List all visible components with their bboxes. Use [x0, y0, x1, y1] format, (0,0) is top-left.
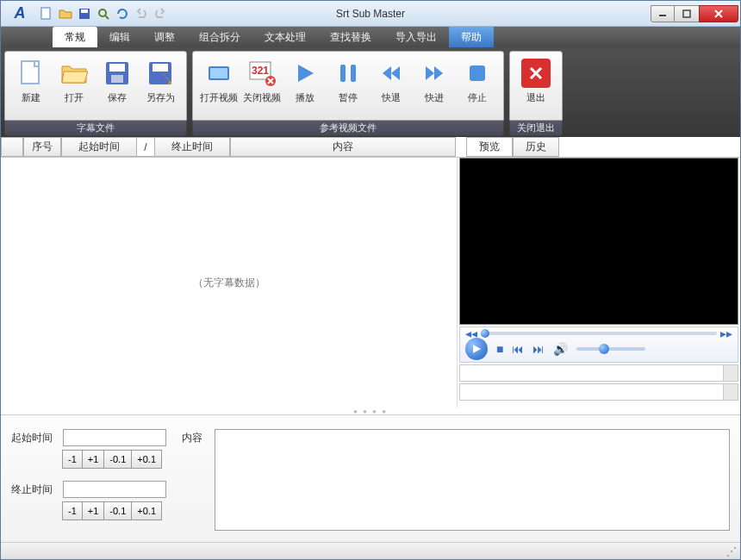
open-video-button[interactable]: 打开视频 — [198, 55, 240, 116]
open-folder-icon — [59, 59, 89, 88]
svg-rect-0 — [41, 8, 50, 19]
media-stop-icon[interactable]: ■ — [496, 342, 503, 356]
tab-help[interactable]: 帮助 — [449, 27, 494, 47]
quick-access-toolbar — [39, 6, 168, 22]
media-play-button[interactable] — [465, 338, 488, 360]
qat-redo-icon[interactable] — [153, 6, 168, 22]
saveas-button[interactable]: 另存为 — [140, 55, 181, 116]
stop-button[interactable]: 停止 — [457, 55, 498, 116]
svg-rect-23 — [351, 65, 356, 82]
volume-icon[interactable]: 🔊 — [553, 342, 568, 356]
preview-text-row[interactable] — [459, 383, 738, 401]
col-start[interactable]: 起始时间 — [61, 137, 137, 157]
svg-rect-24 — [470, 65, 485, 81]
main-area: （无字幕数据） ◂◂ ▸▸ ■ ⏮ ⏭ 🔊 — [1, 158, 740, 408]
end-time-label: 终止时间 — [11, 482, 56, 497]
grid-corner[interactable] — [1, 137, 23, 157]
ribbon-group-subtitle-file: 新建 打开 保存 另存为 字幕文件 — [4, 51, 187, 136]
col-end[interactable]: 终止时间 — [154, 137, 230, 157]
forward-button[interactable]: 快进 — [414, 55, 455, 116]
empty-placeholder: （无字幕数据） — [193, 276, 265, 290]
start-time-input[interactable] — [63, 429, 166, 446]
open-video-icon — [204, 59, 234, 88]
close-button[interactable] — [699, 5, 738, 22]
end-minus01-button[interactable]: -0.1 — [103, 501, 132, 520]
pause-button[interactable]: 暂停 — [327, 55, 369, 116]
svg-rect-12 — [111, 75, 123, 83]
maximize-button[interactable] — [674, 5, 700, 22]
ribbon-group-label: 关闭退出 — [509, 121, 563, 136]
resize-grip-icon[interactable]: ⋰ — [726, 545, 737, 557]
preview-text-row[interactable] — [459, 364, 738, 382]
svg-line-4 — [105, 16, 109, 19]
time-column: 起始时间 -1 +1 -0.1 +0.1 终止时间 -1 +1 — [11, 429, 166, 535]
saveas-icon — [146, 59, 175, 88]
open-button[interactable]: 打开 — [53, 55, 95, 116]
end-plus1-button[interactable]: +1 — [82, 501, 105, 520]
col-number[interactable]: 序号 — [23, 137, 61, 157]
close-video-button[interactable]: 321关闭视频 — [241, 55, 283, 116]
video-preview[interactable] — [459, 158, 738, 325]
rewind-button[interactable]: 快退 — [370, 55, 412, 116]
qat-save-icon[interactable] — [77, 6, 92, 22]
subtitle-grid[interactable]: （无字幕数据） — [1, 158, 458, 408]
volume-slider[interactable] — [576, 347, 645, 351]
exit-button[interactable]: 退出 — [515, 55, 557, 116]
app-window: A Srt Sub Master 常规 编辑 调整 组合拆分 文本处理 查找替换… — [0, 0, 741, 560]
media-next-icon[interactable]: ⏭ — [532, 342, 545, 356]
horizontal-splitter[interactable]: ● ● ● ● — [1, 408, 740, 414]
new-file-icon — [16, 59, 46, 88]
end-plus01-button[interactable]: +0.1 — [131, 501, 162, 520]
stop-icon — [463, 59, 492, 88]
content-textarea[interactable] — [215, 429, 730, 531]
scrollbar[interactable] — [723, 365, 738, 381]
qat-undo-icon[interactable] — [134, 6, 149, 22]
start-minus1-button[interactable]: -1 — [62, 450, 83, 469]
col-slash: / — [137, 137, 154, 157]
svg-rect-22 — [340, 65, 346, 82]
qat-open-icon[interactable] — [58, 6, 73, 22]
svg-rect-2 — [81, 9, 88, 13]
save-button[interactable]: 保存 — [97, 55, 138, 116]
qat-find-icon[interactable] — [96, 6, 111, 22]
qat-refresh-icon[interactable] — [115, 6, 130, 22]
media-controls: ◂◂ ▸▸ ■ ⏮ ⏭ 🔊 — [459, 327, 738, 363]
ribbon-group-video: 打开视频 321关闭视频 播放 暂停 快退 快进 停止 参考视频文件 — [192, 51, 504, 136]
tab-general[interactable]: 常规 — [53, 27, 97, 47]
pause-icon — [333, 59, 363, 88]
play-button[interactable]: 播放 — [284, 55, 326, 116]
scrollbar[interactable] — [723, 384, 738, 400]
start-time-label: 起始时间 — [11, 431, 56, 445]
tab-adjust[interactable]: 调整 — [142, 27, 187, 47]
col-content[interactable]: 内容 — [230, 137, 456, 157]
rewind-icon — [377, 59, 406, 88]
end-time-input[interactable] — [63, 481, 166, 498]
titlebar: A Srt Sub Master — [1, 1, 740, 27]
tab-preview[interactable]: 预览 — [466, 137, 513, 157]
new-button[interactable]: 新建 — [10, 55, 52, 116]
svg-text:321: 321 — [252, 65, 269, 77]
start-plus1-button[interactable]: +1 — [82, 450, 105, 469]
seek-bar[interactable]: ◂◂ ▸▸ — [465, 329, 732, 338]
play-icon — [290, 59, 320, 88]
start-plus01-button[interactable]: +0.1 — [131, 450, 162, 469]
tab-history[interactable]: 历史 — [513, 137, 559, 157]
content-column: 内容 — [182, 429, 730, 535]
svg-point-3 — [99, 9, 106, 16]
tab-split[interactable]: 组合拆分 — [187, 27, 252, 47]
end-minus1-button[interactable]: -1 — [62, 501, 83, 520]
statusbar: ⋰ — [1, 542, 740, 559]
tab-findreplace[interactable]: 查找替换 — [318, 27, 383, 47]
start-minus01-button[interactable]: -0.1 — [103, 450, 132, 469]
tab-edit[interactable]: 编辑 — [97, 27, 142, 47]
qat-new-icon[interactable] — [39, 6, 54, 22]
ribbon-group-label: 字幕文件 — [4, 121, 187, 136]
media-prev-icon[interactable]: ⏮ — [512, 342, 524, 356]
svg-rect-9 — [22, 61, 39, 84]
save-disk-icon — [103, 59, 132, 88]
subtitle-editor: 起始时间 -1 +1 -0.1 +0.1 终止时间 -1 +1 — [1, 414, 740, 542]
tab-text[interactable]: 文本处理 — [252, 27, 318, 47]
seek-track[interactable] — [481, 332, 717, 335]
tab-importexport[interactable]: 导入导出 — [383, 27, 449, 47]
minimize-button[interactable] — [651, 5, 675, 22]
